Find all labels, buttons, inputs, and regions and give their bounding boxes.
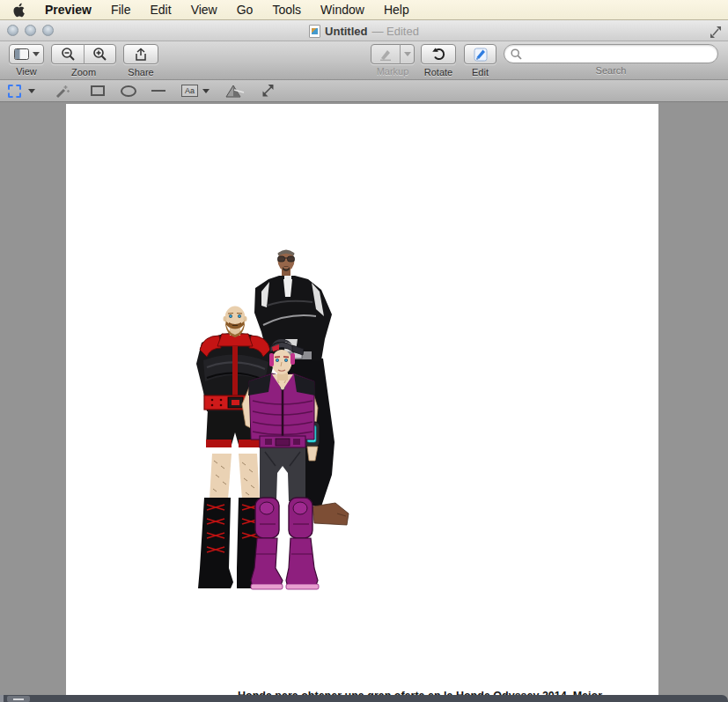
text-tool-icon: Aa bbox=[181, 85, 198, 97]
sidebar-icon bbox=[14, 48, 29, 60]
markup-label: Markup bbox=[371, 66, 415, 77]
toolbar: View bbox=[0, 41, 728, 80]
search-label: Search bbox=[504, 65, 718, 76]
selection-tool-dropdown[interactable] bbox=[28, 89, 35, 93]
menu-item-help[interactable]: Help bbox=[374, 0, 419, 20]
fullscreen-icon[interactable] bbox=[710, 26, 722, 37]
magic-wand-icon bbox=[55, 83, 70, 99]
search-icon bbox=[511, 48, 522, 60]
screen: Preview File Edit View Go Tools Window H… bbox=[0, 0, 728, 702]
document-title: Untitled bbox=[325, 25, 367, 38]
zoom-segmented-control bbox=[51, 44, 116, 64]
search-input[interactable] bbox=[526, 48, 702, 60]
content-area: Honda para obtener una gran oferta en la… bbox=[0, 102, 728, 695]
selection-icon bbox=[8, 85, 21, 98]
adjust-size-tool[interactable] bbox=[261, 84, 276, 98]
rotate-label: Rotate bbox=[421, 67, 456, 78]
menu-item-file[interactable]: File bbox=[101, 0, 141, 20]
background-window-edge-highlight bbox=[0, 695, 4, 702]
view-button[interactable] bbox=[9, 44, 44, 64]
edit-group: Edit bbox=[464, 44, 496, 78]
rotate-left-icon bbox=[431, 47, 445, 62]
chevron-down-icon bbox=[33, 52, 40, 56]
search-group: Search bbox=[504, 44, 718, 76]
share-button[interactable] bbox=[123, 44, 158, 64]
rectangle-icon bbox=[91, 85, 105, 96]
menu-item-tools[interactable]: Tools bbox=[262, 0, 311, 20]
edit-label: Edit bbox=[464, 67, 496, 78]
chevron-down-icon bbox=[404, 52, 411, 56]
instant-alpha-tool[interactable] bbox=[55, 83, 70, 99]
ellipse-icon bbox=[121, 85, 136, 97]
markup-tools-bar: Aa bbox=[0, 80, 728, 102]
adjust-color-prism-icon bbox=[225, 85, 245, 98]
apple-menu-icon[interactable] bbox=[13, 3, 27, 17]
share-label: Share bbox=[123, 67, 158, 78]
ellipse-shape-tool[interactable] bbox=[121, 85, 136, 97]
line-icon bbox=[151, 90, 165, 92]
zoom-out-button[interactable] bbox=[52, 44, 84, 64]
text-tool-dropdown[interactable] bbox=[202, 89, 210, 93]
rotate-group: Rotate bbox=[421, 44, 456, 78]
zoom-label: Zoom bbox=[51, 67, 116, 78]
markup-button bbox=[371, 44, 415, 64]
background-window-tab[interactable] bbox=[7, 696, 30, 702]
view-group: View bbox=[9, 44, 44, 77]
window-title-bar[interactable]: Untitled — Edited bbox=[0, 20, 728, 41]
adjust-color-tool[interactable] bbox=[225, 85, 245, 98]
background-window-edge bbox=[0, 695, 728, 702]
zoom-in-button[interactable] bbox=[84, 44, 115, 64]
zoom-in-icon bbox=[92, 47, 107, 62]
document-icon bbox=[309, 25, 320, 38]
character-illustration bbox=[180, 244, 352, 596]
markup-group: Markup bbox=[371, 44, 415, 77]
view-label: View bbox=[9, 66, 44, 77]
document-edited-status: — Edited bbox=[371, 25, 418, 38]
rotate-button[interactable] bbox=[421, 44, 456, 64]
menu-bar: Preview File Edit View Go Tools Window H… bbox=[0, 0, 728, 20]
text-tool[interactable]: Aa bbox=[181, 85, 198, 97]
zoom-group: Zoom bbox=[51, 44, 116, 78]
menu-item-go[interactable]: Go bbox=[227, 0, 263, 20]
dash-icon bbox=[13, 698, 24, 700]
menu-item-edit[interactable]: Edit bbox=[141, 0, 181, 20]
document-page[interactable]: Honda para obtener una gran oferta en la… bbox=[66, 104, 658, 695]
line-shape-tool[interactable] bbox=[151, 90, 165, 92]
search-field[interactable] bbox=[504, 44, 718, 63]
share-group: Share bbox=[123, 44, 158, 78]
window-title: Untitled — Edited bbox=[0, 20, 728, 41]
rectangle-shape-tool[interactable] bbox=[91, 85, 105, 96]
zoom-out-icon bbox=[61, 47, 76, 62]
adjust-size-icon bbox=[261, 84, 276, 98]
markup-pen-icon bbox=[379, 48, 393, 61]
menu-item-view[interactable]: View bbox=[181, 0, 227, 20]
menu-item-window[interactable]: Window bbox=[311, 0, 374, 20]
selection-tool[interactable] bbox=[8, 85, 21, 98]
edit-button[interactable] bbox=[464, 44, 496, 64]
share-icon bbox=[134, 48, 148, 62]
menu-item-preview[interactable]: Preview bbox=[35, 0, 101, 20]
edit-pencil-icon bbox=[474, 48, 488, 62]
